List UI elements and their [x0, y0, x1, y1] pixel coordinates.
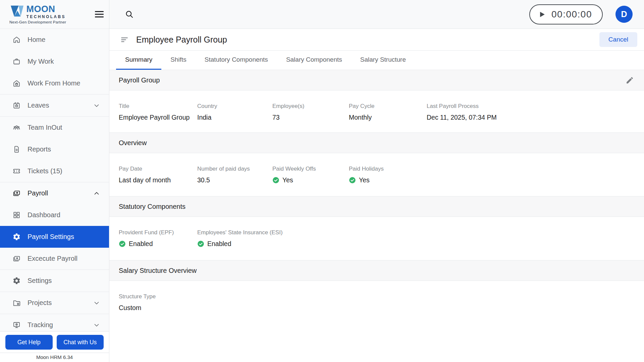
- sidebar-item-work-from-home[interactable]: Work From Home: [0, 72, 109, 94]
- sidebar-item-home[interactable]: Home: [0, 29, 109, 51]
- sidebar-item-label: Home: [28, 36, 100, 44]
- field-pay-date: Pay Date Last day of month: [119, 166, 197, 196]
- chevron-down-icon: [93, 102, 100, 109]
- sort-lines-icon[interactable]: [120, 35, 129, 44]
- play-icon[interactable]: [539, 11, 546, 18]
- section-header-salary-structure-overview: Salary Structure Overview: [109, 260, 644, 281]
- sidebar-item-team-inout[interactable]: Team InOut: [0, 117, 109, 138]
- field-esi: Employees' State Insurance (ESI) Enabled: [197, 229, 635, 260]
- field-number-of-paid-days: Number of paid days 30.5: [197, 166, 272, 196]
- logo-word: MOON: [26, 5, 66, 14]
- sidebar-item-tracking[interactable]: Tracking: [0, 314, 109, 331]
- check-circle-icon: [119, 240, 126, 247]
- banknote-icon: [12, 254, 21, 263]
- logo-area: MOON TECHNOLABS Next-Gen Development Par…: [0, 0, 109, 29]
- statutory-fields: Provident Fund (EPF) Enabled Employees' …: [109, 217, 644, 260]
- section-header-statutory-components: Statutory Components: [109, 196, 644, 217]
- chevron-up-icon: [93, 190, 100, 197]
- sidebar-item-reports[interactable]: Reports: [0, 138, 109, 160]
- topbar: 00:00:00 D: [109, 0, 644, 29]
- sidebar-item-payroll-settings[interactable]: Payroll Settings: [0, 226, 109, 248]
- check-circle-icon: [197, 240, 204, 247]
- salary-structure-fields: Structure Type Custom: [109, 281, 644, 362]
- gear-icon: [12, 233, 21, 241]
- sidebar-item-label: Payroll: [28, 189, 86, 197]
- sidebar-item-label: Excecute Payroll: [28, 255, 100, 262]
- sidebar-item-label: Tickets (15): [28, 167, 100, 175]
- sidebar-item-my-work[interactable]: My Work: [0, 51, 109, 72]
- chat-with-us-button[interactable]: Chat with Us: [57, 335, 104, 350]
- field-last-payroll-process: Last Payroll Process Dec 11, 2025, 07:34…: [427, 103, 635, 132]
- overview-fields: Pay Date Last day of month Number of pai…: [109, 153, 644, 196]
- folder-gear-icon: [12, 299, 21, 307]
- sidebar-item-label: Leaves: [28, 102, 86, 109]
- section-title: Overview: [119, 139, 147, 147]
- sidebar-item-projects[interactable]: Projects: [0, 292, 109, 314]
- logo-subtitle: TECHNOLABS: [26, 15, 66, 19]
- sidebar-nav: Home My Work Work From Home: [0, 29, 109, 331]
- page-content: Employee Payroll Group Cancel Summary Sh…: [109, 29, 644, 362]
- timer-value: 00:00:00: [551, 9, 592, 20]
- sidebar-item-label: My Work: [28, 58, 100, 65]
- tab-salary-components[interactable]: Salary Components: [277, 51, 351, 70]
- avatar[interactable]: D: [615, 6, 633, 23]
- people-icon: [12, 123, 21, 132]
- tab-statutory-components[interactable]: Statutory Components: [196, 51, 277, 70]
- field-paid-holidays: Paid Holidays Yes: [349, 166, 635, 196]
- payroll-group-fields: Title Employee Payroll Group Country Ind…: [109, 90, 644, 132]
- get-help-button[interactable]: Get Help: [5, 335, 53, 350]
- sidebar-item-settings[interactable]: Settings: [0, 270, 109, 292]
- section-header-payroll-group: Payroll Group: [109, 70, 644, 90]
- timer-widget[interactable]: 00:00:00: [529, 4, 603, 24]
- page-title: Employee Payroll Group: [136, 35, 227, 45]
- check-circle-icon: [349, 177, 356, 184]
- sidebar-item-payroll[interactable]: Payroll: [0, 182, 109, 204]
- tab-shifts[interactable]: Shifts: [161, 51, 196, 70]
- field-employees: Employee(s) 73: [272, 103, 349, 132]
- section-header-overview: Overview: [109, 132, 644, 153]
- monitor-eye-icon: [12, 321, 21, 329]
- tab-summary[interactable]: Summary: [116, 51, 161, 70]
- sidebar-item-label: Tracking: [28, 321, 86, 329]
- field-paid-weekly-offs: Paid Weekly Offs Yes: [272, 166, 349, 196]
- section-title: Statutory Components: [119, 203, 185, 210]
- sidebar-item-leaves[interactable]: Leaves: [0, 95, 109, 116]
- field-provident-fund: Provident Fund (EPF) Enabled: [119, 229, 197, 260]
- tab-salary-structure[interactable]: Salary Structure: [351, 51, 415, 70]
- sidebar-item-label: Projects: [28, 299, 86, 307]
- cancel-button[interactable]: Cancel: [599, 32, 637, 47]
- main-area: 00:00:00 D Employee Payroll Group Cancel…: [109, 0, 644, 362]
- field-pay-cycle: Pay Cycle Monthly: [349, 103, 427, 132]
- search-icon[interactable]: [125, 9, 135, 19]
- sidebar-item-label: Payroll Settings: [28, 233, 100, 241]
- edit-icon[interactable]: [626, 76, 634, 84]
- section-title: Payroll Group: [119, 76, 160, 84]
- sidebar-item-label: Dashboard: [28, 211, 100, 219]
- home-office-icon: [12, 79, 21, 87]
- sidebar-item-excecute-payroll[interactable]: Excecute Payroll: [0, 248, 109, 269]
- field-structure-type: Structure Type Custom: [119, 293, 197, 362]
- sidebar-item-label: Reports: [28, 145, 100, 153]
- sidebar-footer: Get Help Chat with Us: [0, 331, 109, 353]
- sidebar-item-label: Work From Home: [28, 79, 100, 87]
- section-title: Salary Structure Overview: [119, 267, 197, 275]
- menu-icon[interactable]: [95, 11, 104, 17]
- gear-icon: [12, 277, 21, 285]
- sidebar-item-dashboard[interactable]: Dashboard: [0, 204, 109, 226]
- chevron-down-icon: [93, 321, 100, 329]
- sidebar: MOON TECHNOLABS Next-Gen Development Par…: [0, 0, 109, 362]
- tab-bar: Summary Shifts Statutory Components Sala…: [109, 51, 644, 70]
- sidebar-item-tickets[interactable]: Tickets (15): [0, 160, 109, 182]
- logo-tagline: Next-Gen Development Partner: [9, 20, 66, 24]
- company-logo[interactable]: MOON TECHNOLABS Next-Gen Development Par…: [9, 5, 66, 24]
- page-header: Employee Payroll Group Cancel: [109, 29, 644, 51]
- ticket-icon: [12, 167, 21, 175]
- home-icon: [12, 36, 21, 44]
- field-country: Country India: [197, 103, 272, 132]
- app-version-label: Moon HRM 6.34: [0, 353, 109, 362]
- check-circle-icon: [272, 177, 279, 184]
- banknote-icon: [12, 189, 21, 197]
- document-icon: [12, 145, 21, 154]
- sidebar-item-label: Team InOut: [28, 124, 100, 131]
- dashboard-icon: [12, 211, 21, 219]
